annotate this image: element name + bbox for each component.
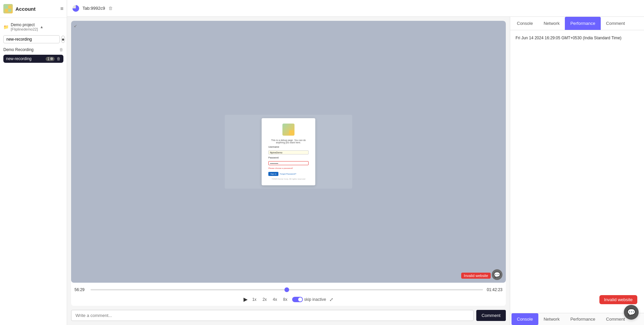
time-end: 01:42:23 [486, 287, 502, 292]
signin-button[interactable]: Sign in [268, 172, 278, 176]
skip-inactive-toggle: skip inactive [292, 297, 326, 302]
menu-icon[interactable]: ≡ [60, 6, 63, 12]
tab-label: Tab:9992c9 [83, 6, 105, 11]
video-inner: ↙ This is a debug page. You can do anyth… [71, 21, 506, 306]
timeline-thumb[interactable] [284, 287, 289, 292]
tab-network-top[interactable]: Network [538, 17, 565, 30]
chat-bubble-button[interactable]: 💬 [492, 269, 502, 280]
controls-row: ▶ 1x 2x 4x 8x skip inactive ⤢ [71, 294, 506, 306]
comment-input[interactable] [71, 310, 474, 321]
new-recording-input[interactable] [3, 35, 60, 43]
right-panel: Console Network Performance Comment Fri … [510, 17, 644, 325]
login-card: This is a debug page. You can do anythin… [262, 118, 315, 185]
project-subtitle: [Fliplinedemo22] [11, 27, 38, 31]
speed-2x-button[interactable]: 2x [261, 296, 268, 303]
tab-console-bottom[interactable]: Console [512, 313, 538, 325]
panel-tabs-bottom: Console Network Performance Comment [510, 313, 644, 325]
screenshot-content: This is a debug page. You can do anythin… [225, 115, 352, 189]
invalid-website-badge: Invalid website [461, 273, 491, 279]
comment-box: Comment [71, 310, 506, 321]
play-button[interactable]: ▶ [244, 296, 248, 303]
comment-submit-button[interactable]: Comment [476, 310, 506, 321]
tab-console-top[interactable]: Console [512, 17, 538, 30]
comment-area: Comment [67, 306, 510, 325]
skip-label: skip inactive [304, 297, 326, 302]
active-recording-delete-icon[interactable]: 🗑 [57, 56, 61, 61]
svg-rect-3 [8, 9, 11, 12]
content-area: ↙ This is a debug page. You can do anyth… [67, 17, 644, 325]
app-icon [3, 4, 13, 13]
time-start: 56:29 [74, 287, 88, 292]
toggle-dot [50, 57, 53, 60]
tab-performance-bottom[interactable]: Performance [565, 313, 600, 325]
timeline-area: 56:29 01:42:23 ▶ 1x 2x 4x [71, 283, 506, 306]
floating-chat-icon: 💬 [627, 308, 636, 316]
password-label: Password [268, 156, 309, 159]
time-row: 56:29 01:42:23 [71, 285, 506, 294]
project-section: 📁 Demo project [Fliplinedemo22] ▲ [0, 18, 67, 33]
active-recording-label: new-recording [6, 56, 44, 61]
demo-recording-delete-icon[interactable]: 🗑 [59, 47, 63, 52]
toggle-badge: 1 [46, 57, 55, 61]
tab-network-bottom[interactable]: Network [538, 313, 565, 325]
tab-comment-top[interactable]: Comment [601, 17, 630, 30]
floating-chat-button[interactable]: 💬 [624, 305, 639, 320]
login-footer: ©2024 Acme Corp. All rights reserved [268, 178, 309, 180]
sidebar-header: Account ≡ [0, 0, 67, 18]
password-input-display: •••••••••• [268, 161, 309, 165]
login-error-text: Please choose a password! [268, 167, 309, 169]
toggle-switch[interactable] [292, 297, 303, 302]
tab-close-icon[interactable]: 🗑 [108, 6, 113, 11]
video-wrapper: ↙ This is a debug page. You can do anyth… [71, 21, 506, 283]
fullscreen-button[interactable]: ⤢ [329, 297, 333, 302]
project-row[interactable]: 📁 Demo project [Fliplinedemo22] ▲ [3, 21, 63, 33]
svg-rect-2 [5, 9, 8, 12]
panel-timestamp: Fri Jun 14 2024 16:29:05 GMT+0530 (India… [516, 36, 639, 40]
speed-8x-button[interactable]: 8x [282, 296, 289, 303]
project-info: Demo project [Fliplinedemo22] [11, 22, 38, 31]
recording-input-row: ⏺ [3, 35, 63, 43]
svg-rect-0 [5, 6, 8, 8]
tab-loading-icon [72, 5, 79, 12]
demo-recording-row: Demo Recording 🗑 [0, 46, 67, 53]
debug-text: This is a debug page. You can do anythin… [268, 139, 309, 144]
login-actions: Sign in Forgot Password? [268, 172, 309, 176]
timeline-progress [91, 289, 287, 290]
topbar: Tab:9992c9 🗑 [67, 0, 644, 17]
panel-content: Fri Jun 14 2024 16:29:05 GMT+0530 (India… [510, 30, 644, 313]
toggle-number: 1 [47, 57, 49, 61]
collapse-icon[interactable]: ▲ [40, 25, 44, 29]
folder-icon: 📁 [3, 25, 9, 30]
speed-4x-button[interactable]: 4x [271, 296, 278, 303]
video-section: ↙ This is a debug page. You can do anyth… [67, 17, 510, 306]
panel-tabs-top: Console Network Performance Comment [510, 17, 644, 30]
username-label: Username [268, 146, 309, 148]
timeline-track[interactable] [91, 289, 483, 290]
demo-recording-label: Demo Recording [3, 47, 58, 52]
corner-arrow-icon: ↙ [74, 24, 77, 28]
project-name: Demo project [11, 22, 38, 27]
sidebar-title: Account [15, 6, 58, 12]
username-input-display: flipineDemo [268, 150, 309, 154]
record-button[interactable]: ⏺ [61, 36, 65, 43]
svg-rect-1 [8, 6, 11, 8]
player-and-comment: ↙ This is a debug page. You can do anyth… [67, 17, 510, 325]
active-recording-row: new-recording 1 🗑 [3, 55, 63, 63]
sidebar: Account ≡ 📁 Demo project [Fliplinedemo22… [0, 0, 67, 325]
speed-1x-button[interactable]: 1x [251, 296, 258, 303]
login-app-icon [282, 124, 294, 136]
floating-invalid-badge: Invalid website [599, 295, 637, 304]
main: Tab:9992c9 🗑 ↙ This is a debug page. You… [67, 0, 644, 325]
tab-performance-top[interactable]: Performance [565, 17, 600, 30]
forgot-password-link[interactable]: Forgot Password? [280, 173, 296, 175]
